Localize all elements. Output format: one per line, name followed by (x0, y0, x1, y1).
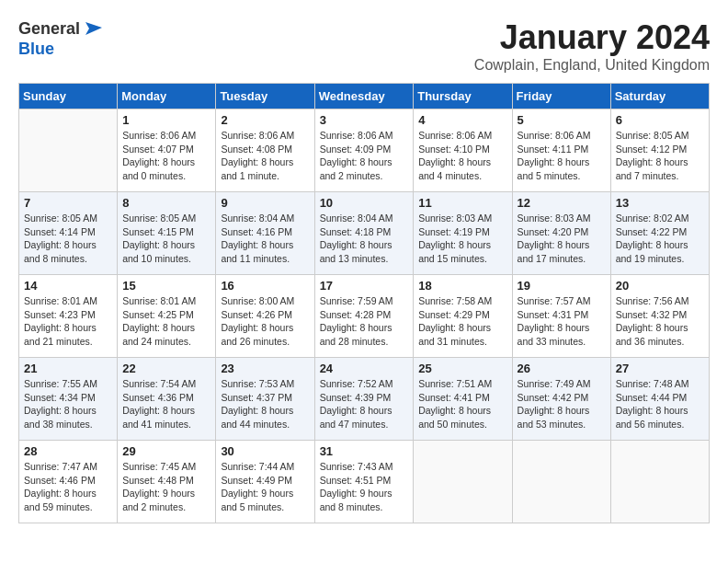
cell-date: 26 (518, 362, 606, 375)
cell-date: 1 (122, 113, 210, 127)
calendar-cell: 29Sunrise: 7:45 AMSunset: 4:48 PMDayligh… (118, 441, 216, 523)
cell-info: Sunrise: 7:44 AMSunset: 4:49 PMDaylight:… (221, 460, 309, 514)
calendar-cell: 19Sunrise: 7:57 AMSunset: 4:31 PMDayligh… (512, 275, 610, 358)
cell-date: 15 (122, 279, 210, 293)
calendar-header: Sunday Monday Tuesday Wednesday Thursday… (19, 84, 710, 109)
cell-info: Sunrise: 8:04 AMSunset: 4:16 PMDaylight:… (221, 212, 309, 266)
cell-info: Sunrise: 7:55 AMSunset: 4:34 PMDaylight:… (24, 377, 112, 431)
calendar-cell: 28Sunrise: 7:47 AMSunset: 4:46 PMDayligh… (19, 441, 118, 523)
cell-info: Sunrise: 7:45 AMSunset: 4:48 PMDaylight:… (122, 460, 210, 514)
cell-date: 9 (221, 196, 309, 210)
calendar-cell: 1Sunrise: 8:06 AMSunset: 4:07 PMDaylight… (118, 109, 216, 192)
calendar-cell: 8Sunrise: 8:05 AMSunset: 4:15 PMDaylight… (118, 192, 216, 275)
cell-date: 27 (616, 362, 704, 375)
svg-marker-0 (85, 22, 102, 35)
cell-date: 25 (418, 362, 506, 375)
col-friday: Friday (512, 84, 610, 109)
title-area: January 2024 Cowplain, England, United K… (474, 18, 710, 74)
calendar-cell: 23Sunrise: 7:53 AMSunset: 4:37 PMDayligh… (216, 358, 314, 441)
calendar-cell: 2Sunrise: 8:06 AMSunset: 4:08 PMDaylight… (216, 109, 314, 192)
calendar-cell (414, 441, 512, 523)
calendar-cell: 11Sunrise: 8:03 AMSunset: 4:19 PMDayligh… (414, 192, 512, 275)
cell-date: 22 (122, 362, 210, 375)
cell-date: 21 (24, 362, 112, 375)
calendar-cell: 31Sunrise: 7:43 AMSunset: 4:51 PMDayligh… (314, 441, 414, 523)
cell-info: Sunrise: 7:43 AMSunset: 4:51 PMDaylight:… (320, 460, 409, 514)
cell-date: 29 (122, 444, 210, 458)
calendar-cell: 14Sunrise: 8:01 AMSunset: 4:23 PMDayligh… (19, 275, 118, 358)
header-row: Sunday Monday Tuesday Wednesday Thursday… (19, 84, 710, 109)
cell-date: 7 (24, 196, 112, 210)
cell-info: Sunrise: 8:06 AMSunset: 4:10 PMDaylight:… (418, 129, 506, 183)
cell-info: Sunrise: 7:56 AMSunset: 4:32 PMDaylight:… (616, 294, 704, 349)
cell-date: 20 (616, 279, 704, 293)
cell-info: Sunrise: 7:49 AMSunset: 4:42 PMDaylight:… (518, 377, 606, 431)
cell-info: Sunrise: 8:06 AMSunset: 4:11 PMDaylight:… (518, 129, 606, 183)
cell-info: Sunrise: 7:57 AMSunset: 4:31 PMDaylight:… (518, 294, 606, 349)
cell-date: 23 (221, 362, 309, 375)
cell-date: 24 (320, 362, 409, 375)
cell-info: Sunrise: 7:54 AMSunset: 4:36 PMDaylight:… (122, 377, 210, 431)
calendar-body: 1Sunrise: 8:06 AMSunset: 4:07 PMDaylight… (19, 109, 710, 523)
cell-date: 14 (24, 279, 112, 293)
cell-info: Sunrise: 8:06 AMSunset: 4:07 PMDaylight:… (122, 129, 210, 183)
col-thursday: Thursday (414, 84, 512, 109)
calendar-cell: 18Sunrise: 7:58 AMSunset: 4:29 PMDayligh… (414, 275, 512, 358)
cell-info: Sunrise: 8:03 AMSunset: 4:20 PMDaylight:… (518, 212, 606, 266)
calendar-week-row: 21Sunrise: 7:55 AMSunset: 4:34 PMDayligh… (19, 358, 710, 441)
cell-info: Sunrise: 8:04 AMSunset: 4:18 PMDaylight:… (320, 212, 409, 266)
cell-date: 31 (320, 444, 409, 458)
calendar-cell: 30Sunrise: 7:44 AMSunset: 4:49 PMDayligh… (216, 441, 314, 523)
cell-info: Sunrise: 7:52 AMSunset: 4:39 PMDaylight:… (320, 377, 409, 431)
cell-date: 17 (320, 279, 409, 293)
calendar-cell: 26Sunrise: 7:49 AMSunset: 4:42 PMDayligh… (512, 358, 610, 441)
cell-info: Sunrise: 8:01 AMSunset: 4:25 PMDaylight:… (122, 294, 210, 349)
cell-info: Sunrise: 7:47 AMSunset: 4:46 PMDaylight:… (24, 460, 112, 514)
logo: General Blue (18, 18, 102, 59)
logo-icon (82, 18, 102, 39)
col-saturday: Saturday (610, 84, 709, 109)
logo-blue: Blue (18, 40, 102, 59)
calendar-week-row: 1Sunrise: 8:06 AMSunset: 4:07 PMDaylight… (19, 109, 710, 192)
calendar-cell: 17Sunrise: 7:59 AMSunset: 4:28 PMDayligh… (314, 275, 414, 358)
calendar-week-row: 14Sunrise: 8:01 AMSunset: 4:23 PMDayligh… (19, 275, 710, 358)
calendar-cell: 21Sunrise: 7:55 AMSunset: 4:34 PMDayligh… (19, 358, 118, 441)
col-wednesday: Wednesday (314, 84, 414, 109)
cell-info: Sunrise: 8:02 AMSunset: 4:22 PMDaylight:… (616, 212, 704, 266)
calendar-week-row: 7Sunrise: 8:05 AMSunset: 4:14 PMDaylight… (19, 192, 710, 275)
calendar-cell: 4Sunrise: 8:06 AMSunset: 4:10 PMDaylight… (414, 109, 512, 192)
col-sunday: Sunday (19, 84, 118, 109)
cell-date: 6 (616, 113, 704, 127)
cell-info: Sunrise: 7:51 AMSunset: 4:41 PMDaylight:… (418, 377, 506, 431)
cell-date: 2 (221, 113, 309, 127)
calendar-cell: 9Sunrise: 8:04 AMSunset: 4:16 PMDaylight… (216, 192, 314, 275)
calendar-cell: 25Sunrise: 7:51 AMSunset: 4:41 PMDayligh… (414, 358, 512, 441)
col-monday: Monday (118, 84, 216, 109)
cell-date: 18 (418, 279, 506, 293)
calendar-table: Sunday Monday Tuesday Wednesday Thursday… (18, 83, 710, 523)
calendar-cell: 20Sunrise: 7:56 AMSunset: 4:32 PMDayligh… (610, 275, 709, 358)
calendar-cell: 10Sunrise: 8:04 AMSunset: 4:18 PMDayligh… (314, 192, 414, 275)
calendar-cell (19, 109, 118, 192)
calendar-cell: 22Sunrise: 7:54 AMSunset: 4:36 PMDayligh… (118, 358, 216, 441)
cell-date: 16 (221, 279, 309, 293)
calendar-cell: 15Sunrise: 8:01 AMSunset: 4:25 PMDayligh… (118, 275, 216, 358)
cell-date: 12 (518, 196, 606, 210)
calendar-cell (610, 441, 709, 523)
cell-date: 13 (616, 196, 704, 210)
calendar-cell: 16Sunrise: 8:00 AMSunset: 4:26 PMDayligh… (216, 275, 314, 358)
month-title: January 2024 (474, 18, 710, 57)
cell-date: 3 (320, 113, 409, 127)
cell-info: Sunrise: 8:06 AMSunset: 4:08 PMDaylight:… (221, 129, 309, 183)
logo-general: General (18, 20, 80, 39)
cell-info: Sunrise: 8:03 AMSunset: 4:19 PMDaylight:… (418, 212, 506, 266)
cell-info: Sunrise: 8:05 AMSunset: 4:14 PMDaylight:… (24, 212, 112, 266)
calendar-cell: 3Sunrise: 8:06 AMSunset: 4:09 PMDaylight… (314, 109, 414, 192)
cell-info: Sunrise: 8:05 AMSunset: 4:15 PMDaylight:… (122, 212, 210, 266)
cell-info: Sunrise: 7:48 AMSunset: 4:44 PMDaylight:… (616, 377, 704, 431)
cell-info: Sunrise: 8:01 AMSunset: 4:23 PMDaylight:… (24, 294, 112, 349)
calendar-cell: 13Sunrise: 8:02 AMSunset: 4:22 PMDayligh… (610, 192, 709, 275)
calendar-cell: 7Sunrise: 8:05 AMSunset: 4:14 PMDaylight… (19, 192, 118, 275)
cell-date: 30 (221, 444, 309, 458)
cell-date: 10 (320, 196, 409, 210)
